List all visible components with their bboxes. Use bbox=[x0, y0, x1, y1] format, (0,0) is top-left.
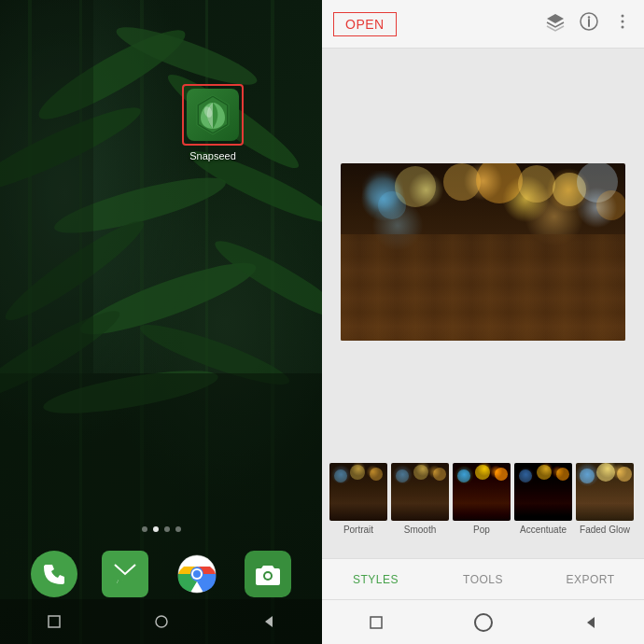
bamboo-leaves bbox=[0, 0, 322, 644]
filter-thumb-faded-glow bbox=[576, 463, 634, 521]
svg-point-41 bbox=[443, 163, 481, 201]
dock-messages-icon[interactable] bbox=[102, 551, 148, 597]
dot-3 bbox=[164, 526, 170, 532]
home-screen: Snapseed bbox=[0, 0, 322, 644]
filter-label-faded-glow: Faded Glow bbox=[580, 525, 630, 535]
svg-point-42 bbox=[476, 163, 523, 203]
svg-marker-32 bbox=[265, 616, 273, 627]
image-area bbox=[322, 49, 644, 455]
tab-export[interactable]: EXPORT bbox=[537, 559, 644, 599]
filter-portrait[interactable]: Portrait bbox=[329, 463, 387, 535]
filter-preview-portrait bbox=[329, 463, 387, 521]
svg-point-52 bbox=[413, 465, 428, 480]
svg-point-31 bbox=[156, 616, 167, 627]
photo-bokeh-bg bbox=[341, 163, 625, 341]
home-nav-bar bbox=[0, 599, 322, 644]
filter-strip: Portrait Smooth bbox=[322, 455, 644, 558]
svg-point-53 bbox=[433, 468, 446, 481]
svg-point-38 bbox=[622, 26, 624, 29]
svg-point-48 bbox=[334, 469, 347, 483]
svg-point-60 bbox=[580, 469, 595, 483]
filter-thumb-accentuate bbox=[514, 463, 572, 521]
tab-styles-label: STYLES bbox=[353, 573, 399, 586]
svg-point-47 bbox=[596, 190, 625, 220]
filter-thumb-smooth bbox=[391, 463, 449, 521]
home-square-btn[interactable] bbox=[39, 607, 69, 637]
svg-rect-30 bbox=[49, 616, 60, 627]
filter-faded-glow[interactable]: Faded Glow bbox=[576, 463, 634, 535]
svg-point-27 bbox=[193, 570, 201, 578]
svg-point-35 bbox=[588, 16, 590, 18]
svg-point-49 bbox=[350, 465, 365, 480]
snapseed-app-area[interactable]: Snapseed bbox=[182, 84, 244, 161]
svg-point-51 bbox=[396, 469, 409, 483]
filter-label-smooth: Smooth bbox=[404, 525, 436, 535]
filter-preview-smooth bbox=[391, 463, 449, 521]
svg-rect-18 bbox=[0, 0, 93, 373]
filter-preview-pop bbox=[453, 463, 511, 521]
app-icon-highlight bbox=[182, 84, 244, 146]
tab-styles[interactable]: STYLES bbox=[322, 559, 429, 599]
filter-smooth[interactable]: Smooth bbox=[391, 463, 449, 535]
dock-camera-icon[interactable] bbox=[245, 551, 291, 597]
svg-rect-63 bbox=[371, 617, 382, 628]
tab-tools[interactable]: TOOLS bbox=[429, 559, 537, 599]
bottom-tabs: STYLES TOOLS EXPORT bbox=[322, 558, 644, 599]
snapseed-app: OPEN bbox=[322, 0, 644, 644]
svg-point-50 bbox=[370, 468, 383, 481]
filter-thumb-portrait bbox=[329, 463, 387, 521]
right-nav-bar bbox=[322, 599, 644, 644]
dot-1 bbox=[142, 526, 147, 532]
svg-marker-64 bbox=[587, 617, 595, 628]
right-circle-btn[interactable] bbox=[469, 608, 498, 637]
svg-point-57 bbox=[519, 469, 532, 483]
svg-point-62 bbox=[617, 467, 632, 482]
dock-phone-icon[interactable] bbox=[31, 551, 77, 597]
open-button[interactable]: OPEN bbox=[333, 12, 397, 36]
filter-thumb-pop bbox=[453, 463, 511, 521]
more-icon[interactable] bbox=[612, 11, 633, 36]
filter-pop[interactable]: Pop bbox=[453, 463, 511, 535]
filter-accentuate[interactable]: Accentuate bbox=[514, 463, 572, 535]
right-back-btn[interactable] bbox=[576, 608, 606, 637]
svg-point-56 bbox=[495, 468, 508, 481]
svg-point-58 bbox=[537, 465, 552, 480]
svg-point-36 bbox=[622, 15, 624, 18]
svg-point-37 bbox=[622, 21, 624, 23]
info-icon[interactable] bbox=[579, 11, 599, 36]
main-photo bbox=[341, 163, 625, 341]
svg-point-61 bbox=[596, 463, 615, 482]
svg-point-29 bbox=[265, 573, 271, 579]
page-dots bbox=[142, 526, 181, 532]
tab-export-label: EXPORT bbox=[566, 573, 614, 586]
app-dock bbox=[0, 551, 322, 597]
filter-label-pop: Pop bbox=[473, 525, 490, 535]
top-toolbar: OPEN bbox=[322, 0, 644, 49]
layers-icon[interactable] bbox=[545, 11, 566, 36]
filter-preview-faded-glow bbox=[576, 463, 634, 521]
right-circle-indicator bbox=[474, 613, 493, 632]
filter-preview-accentuate bbox=[514, 463, 572, 521]
app-label: Snapseed bbox=[189, 150, 236, 161]
right-square-btn[interactable] bbox=[361, 608, 391, 637]
dot-2 bbox=[153, 526, 159, 532]
svg-point-59 bbox=[556, 468, 569, 481]
filter-label-portrait: Portrait bbox=[343, 525, 373, 535]
svg-point-43 bbox=[518, 165, 555, 203]
home-back-btn[interactable] bbox=[254, 607, 284, 637]
filter-label-accentuate: Accentuate bbox=[520, 525, 567, 535]
snapseed-icon[interactable] bbox=[187, 89, 239, 141]
tab-tools-label: TOOLS bbox=[463, 573, 503, 586]
svg-point-54 bbox=[457, 469, 470, 483]
toolbar-right bbox=[545, 11, 633, 36]
svg-point-46 bbox=[378, 191, 406, 219]
dot-4 bbox=[175, 526, 181, 532]
home-circle-btn[interactable] bbox=[147, 607, 176, 637]
svg-point-55 bbox=[475, 465, 490, 480]
dock-chrome-icon[interactable] bbox=[174, 551, 220, 597]
